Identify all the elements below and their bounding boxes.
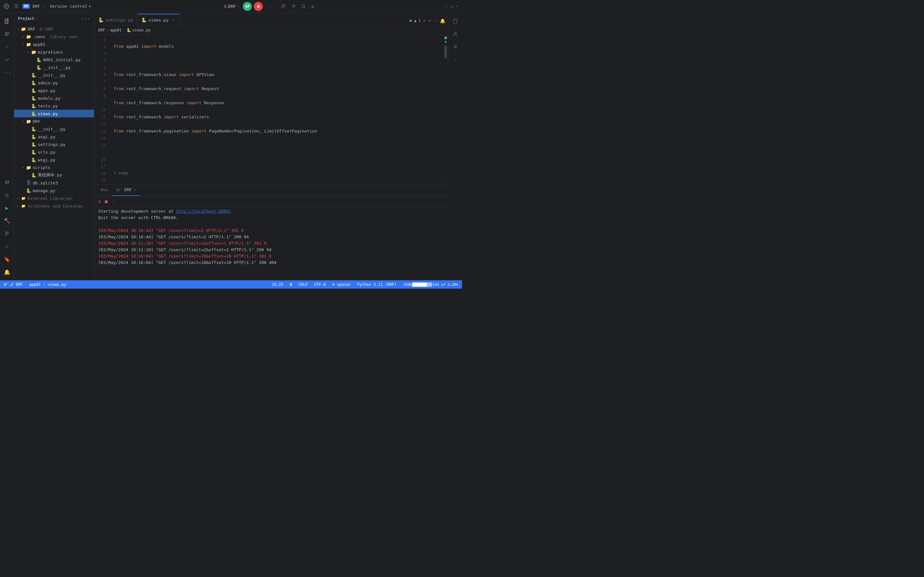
tree-item-wsgi[interactable]: 🐍 wsgi.py — [14, 156, 94, 164]
status-time[interactable]: 16:25 — [271, 280, 285, 288]
hamburger-menu-button[interactable]: ☰ — [13, 2, 20, 11]
tree-item-urls[interactable]: 🐍 urls.py — [14, 148, 94, 156]
py-icon: 🐍 — [31, 126, 37, 132]
breadcrumb-views[interactable]: 🐍 views.py — [126, 28, 151, 32]
tab-settings[interactable]: 🐍 settings.py — [94, 14, 137, 25]
tree-item-models[interactable]: 🐍 models.py — [14, 94, 94, 102]
activity-icon-git[interactable]: ⑂ — [1, 41, 13, 53]
nav-down-arrow[interactable]: ∨ — [428, 18, 430, 23]
tree-item-0001-initial[interactable]: 🐍 0001_initial.py — [14, 56, 94, 63]
tree-arrow — [26, 81, 31, 85]
activity-icon-vcs[interactable] — [1, 228, 13, 239]
rerun-button[interactable]: ↺ — [97, 197, 102, 205]
tree-item-external-libs[interactable]: ▸ 📁 External Libraries — [14, 194, 94, 202]
tree-item-init-drf[interactable]: 🐍 __init__.py — [14, 125, 94, 133]
activity-icon-analytics[interactable] — [1, 54, 13, 65]
activity-icon-build[interactable]: 🔨 — [1, 215, 13, 226]
activity-icon-notification[interactable]: 🔔 — [1, 266, 13, 278]
settings-button[interactable]: ⚙ — [310, 3, 316, 10]
localhost-link[interactable]: http://localhost:8000/ — [176, 209, 231, 214]
tree-item-settings[interactable]: 🐍 settings.py — [14, 140, 94, 148]
breadcrumb-app01[interactable]: app01 — [110, 28, 122, 32]
py-icon: 🐍 — [26, 188, 31, 193]
global-search-button[interactable] — [299, 3, 308, 10]
tree-item-init-migrations[interactable]: 🐍 __init__.py — [14, 63, 94, 71]
tree-item-scratches[interactable]: ▸ 📁 Scratches and Consoles — [14, 202, 94, 210]
tree-arrow — [26, 104, 31, 108]
stop-button[interactable]: ■ — [104, 198, 108, 205]
drf-tab-close-button[interactable]: ✕ — [134, 188, 136, 192]
more-run-options-button[interactable]: ⋮ — [110, 198, 117, 205]
stop-run-button[interactable]: ■ — [254, 2, 263, 11]
tree-item-asgi[interactable]: 🐍 asgi.py — [14, 133, 94, 140]
translate-button[interactable]: 译 — [290, 2, 297, 10]
tree-item-migrations[interactable]: ▾ 📁 migrations — [14, 48, 94, 56]
bottom-tab-run[interactable]: Run — [97, 184, 112, 196]
tab-views[interactable]: 🐍 views.py ✕ — [137, 14, 180, 25]
tree-item-scripts[interactable]: ▾ 📁 scripts — [14, 164, 94, 171]
status-json-progress[interactable]: JSON ████████▒▒▒ 164 of 3,204 — [402, 280, 460, 288]
main-layout: ⑂ ··· ⊟ ▶ 🔨 — [0, 13, 462, 280]
version-control-button[interactable]: Version control ▾ — [47, 3, 94, 10]
bottom-tab-drf[interactable]: dj· DRF ✕ — [112, 184, 140, 196]
tree-item-drf-pkg[interactable]: ▾ 📁 DRF — [14, 118, 94, 125]
tree-arrow — [31, 66, 36, 69]
close-button[interactable]: ✕ — [455, 4, 460, 9]
code-editor[interactable]: 1 2 3 4 5 6 7 8 9 10 11 12 13 14 15 — [94, 35, 448, 184]
json-row-col: 164 of 3,204 — [433, 282, 458, 287]
tree-item-app01[interactable]: ▾ 📁 app01 — [14, 40, 94, 48]
tree-item-venv[interactable]: ▸ 📁 .venv library root — [14, 33, 94, 40]
user-avatar[interactable]: GP — [243, 2, 252, 11]
more-options-button[interactable]: ··· — [265, 3, 277, 10]
status-python-version[interactable]: Python 3.11 (DRF) — [356, 280, 398, 288]
maximize-button[interactable]: □ — [450, 4, 454, 9]
status-crlf[interactable]: CRLF — [297, 280, 309, 288]
project-dropdown-arrow[interactable]: ▾ — [43, 5, 45, 8]
sidebar: Project ▾ ··· ▾ 📁 DRF E:\DRF ▸ 📁 .venv l… — [14, 13, 94, 280]
activity-icon-more[interactable]: ··· — [1, 67, 13, 78]
tree-item-views[interactable]: 🐍 views.py — [14, 110, 94, 118]
breadcrumb-drf[interactable]: DRF — [98, 28, 105, 32]
right-panel-icon-person[interactable] — [450, 28, 461, 40]
activity-icon-todo[interactable]: ✓ — [1, 240, 13, 252]
tree-item-tests[interactable]: 🐍 tests.py — [14, 102, 94, 110]
tree-item-init-app01[interactable]: 🐍 __init__.py — [14, 71, 94, 79]
tree-item-admin[interactable]: 🐍 admin.py — [14, 79, 94, 87]
editor-notification-button[interactable]: 🔔 — [440, 18, 445, 24]
activity-icon-bookmark[interactable]: 🔖 — [1, 253, 13, 265]
activity-icon-terminal2[interactable]: ⊟ — [1, 189, 13, 201]
tree-label: wsgi.py — [38, 158, 92, 162]
status-indent[interactable]: 4 spaces — [331, 280, 352, 288]
folder-icon: 📁 — [26, 34, 31, 39]
right-panel-icon-bookmark[interactable] — [450, 15, 461, 27]
tab-close-button[interactable]: ✕ — [171, 17, 176, 23]
add-user-button[interactable] — [279, 3, 288, 10]
editor-menu-button[interactable]: ··· — [431, 18, 439, 24]
editor-scrollbar[interactable]: ▲ — [443, 35, 448, 184]
right-panel-icon-translate[interactable]: 译 — [450, 41, 461, 53]
activity-icon-files[interactable] — [1, 15, 13, 27]
right-panel-icon-star[interactable]: ☆ — [450, 54, 461, 65]
py-icon: 🐍 — [31, 87, 37, 93]
status-branch[interactable]: ⎇ DRF — [3, 280, 24, 288]
py-icon: 🐍 — [31, 149, 37, 155]
dj-drf-button[interactable]: G DRF ▾ — [223, 3, 241, 10]
status-path[interactable]: app01 › views.py — [28, 280, 68, 288]
activity-icon-structure[interactable] — [1, 28, 13, 40]
status-encoding[interactable]: UTF-8 — [313, 280, 327, 288]
tree-item-db[interactable]: 🗄 db.sqlite3 — [14, 179, 94, 187]
minimize-button[interactable]: — — [445, 4, 449, 9]
sidebar-menu-button[interactable]: ··· — [81, 16, 90, 22]
scrollbar-thumb[interactable] — [444, 45, 447, 58]
status-python-g[interactable]: G — [289, 280, 293, 288]
status-bar-right: 16:25 G CRLF UTF-8 4 spaces Python 3.11 … — [271, 280, 460, 288]
activity-icon-database[interactable] — [1, 176, 13, 188]
scroll-indicator-green — [444, 37, 447, 39]
tree-item-manage[interactable]: 🐍 manage.py — [14, 187, 94, 194]
tree-item-apps[interactable]: 🐍 apps.py — [14, 87, 94, 94]
activity-icon-run2[interactable]: ▶ — [1, 202, 13, 214]
nav-up-arrow[interactable]: ∧ — [423, 18, 426, 23]
py-icon: 🐍 — [31, 111, 37, 116]
tree-item-drf-root[interactable]: ▾ 📁 DRF E:\DRF — [14, 25, 94, 33]
tree-item-offline-script[interactable]: 🐍 离线脚本.py — [14, 171, 94, 179]
